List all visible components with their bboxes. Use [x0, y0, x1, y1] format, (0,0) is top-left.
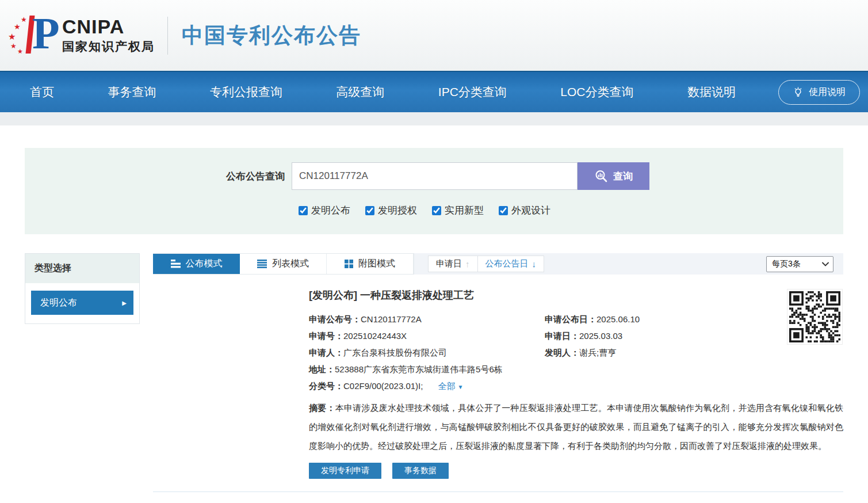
list-mode-icon	[257, 260, 267, 268]
affairs-data-button[interactable]: 事务数据	[392, 463, 449, 479]
publication-search-input[interactable]	[292, 162, 578, 190]
page-size-select[interactable]: 每页3条	[766, 256, 833, 272]
nav-item-affairs-query[interactable]: 事务查询	[108, 84, 156, 100]
sidebar-item-label: 发明公布	[40, 297, 77, 309]
search-label: 公布公告查询	[25, 170, 292, 183]
qr-code	[787, 289, 843, 345]
logo-text: CNIPA 国家知识产权局	[62, 17, 155, 55]
patent-abstract: 摘要：本申请涉及废水处理技术领域，具体公开了一种压裂返排液处理工艺。本申请使用次…	[309, 398, 843, 455]
field-application-number: 申请号：202510242443X	[309, 331, 545, 342]
sidebar-item-invention-publication[interactable]: 发明公布 ▶	[31, 291, 133, 315]
sort-by-application-date[interactable]: 申请日 ↑	[429, 256, 477, 272]
usage-help-label: 使用说明	[809, 86, 846, 98]
field-address: 地址：523888广东省东莞市东城街道伟丰路5号6栋	[309, 364, 843, 375]
sort-controls: 申请日 ↑ 公布公告日 ↓	[428, 256, 544, 272]
result-actions: 发明专利申请 事务数据	[309, 463, 843, 479]
type-selection-panel: 类型选择 发明公布 ▶	[25, 253, 140, 324]
figure-mode-icon	[345, 260, 353, 268]
filter-design-checkbox[interactable]	[499, 206, 508, 215]
triangle-down-icon: ▼	[458, 384, 464, 390]
search-panel: 公布公告查询 查询 发明公布 发明授权 实用新型 外观	[25, 148, 843, 234]
search-button[interactable]: 查询	[578, 162, 649, 190]
filter-invention-publication-checkbox[interactable]	[299, 206, 308, 215]
arrow-up-icon: ↑	[465, 259, 470, 269]
usage-help-button[interactable]: 使用说明	[778, 80, 860, 105]
header-separator-strip	[0, 112, 868, 125]
patent-result-item: [发明公布] 一种压裂返排液处理工艺 申请公布号：CN120117772A 申请…	[153, 288, 843, 479]
patent-title-link[interactable]: [发明公布] 一种压裂返排液处理工艺	[309, 288, 843, 302]
logo-acronym: CNIPA	[62, 17, 155, 36]
nav-item-ipc-query[interactable]: IPC分类查询	[438, 84, 507, 100]
logo-org-name: 国家知识产权局	[62, 39, 155, 55]
magnifier-chart-icon	[594, 169, 608, 183]
lightbulb-icon	[793, 87, 804, 98]
field-application-date: 申请日：2025.03.03	[545, 331, 781, 342]
filter-design[interactable]: 外观设计	[499, 204, 550, 217]
field-classification: 分类号：C02F9/00(2023.01)I;全部 ▼	[309, 381, 843, 392]
invention-application-button[interactable]: 发明专利申请	[309, 463, 381, 479]
search-button-label: 查询	[613, 170, 633, 183]
main-nav: 首页 事务查询 专利公报查询 高级查询 IPC分类查询 LOC分类查询 数据说明…	[0, 71, 868, 112]
filter-invention-publication[interactable]: 发明公布	[299, 204, 350, 217]
site-title: 中国专利公布公告	[182, 21, 361, 50]
chevron-down-icon	[822, 262, 829, 266]
header-divider	[167, 17, 168, 55]
sort-by-publication-date[interactable]: 公布公告日 ↓	[477, 256, 544, 272]
chevron-right-icon: ▶	[122, 300, 127, 306]
classification-all-link[interactable]: 全部 ▼	[438, 381, 463, 391]
publication-mode-icon	[171, 260, 181, 268]
tab-figure-mode[interactable]: 附图模式	[327, 254, 414, 274]
filter-utility-model-checkbox[interactable]	[432, 206, 441, 215]
nav-item-home[interactable]: 首页	[30, 84, 54, 100]
cnipa-emblem-icon: ★ ★ ★ ★ ★ P	[7, 11, 60, 60]
type-selection-title: 类型选择	[25, 254, 139, 283]
arrow-down-icon: ↓	[532, 259, 537, 269]
results-area: 公布模式 列表模式	[153, 253, 843, 492]
field-applicant: 申请人：广东台泉科技股份有限公司	[309, 348, 545, 359]
nav-item-advanced-query[interactable]: 高级查询	[336, 84, 384, 100]
field-publication-date: 申请公布日：2025.06.10	[545, 314, 781, 325]
patent-fields: 申请公布号：CN120117772A 申请公布日：2025.06.10 申请号：…	[309, 314, 781, 359]
filter-invention-grant-checkbox[interactable]	[365, 206, 374, 215]
results-toolbar: 公布模式 列表模式	[153, 253, 843, 275]
tab-publication-mode[interactable]: 公布模式	[153, 254, 240, 274]
filter-utility-model[interactable]: 实用新型	[432, 204, 484, 217]
nav-item-gazette-query[interactable]: 专利公报查询	[210, 84, 282, 100]
filter-invention-grant[interactable]: 发明授权	[365, 204, 417, 217]
field-publication-number: 申请公布号：CN120117772A	[309, 314, 545, 325]
site-header: ★ ★ ★ ★ ★ P CNIPA 国家知识产权局 中国专利公布公告	[0, 0, 868, 71]
patent-type-filters: 发明公布 发明授权 实用新型 外观设计	[299, 204, 843, 217]
nav-item-loc-query[interactable]: LOC分类查询	[560, 84, 633, 100]
nav-menu: 首页 事务查询 专利公报查询 高级查询 IPC分类查询 LOC分类查询 数据说明	[30, 84, 736, 100]
tab-list-mode[interactable]: 列表模式	[240, 254, 327, 274]
field-inventor: 发明人：谢兵;曹亨	[545, 348, 781, 359]
nav-item-data-notes[interactable]: 数据说明	[687, 84, 736, 100]
